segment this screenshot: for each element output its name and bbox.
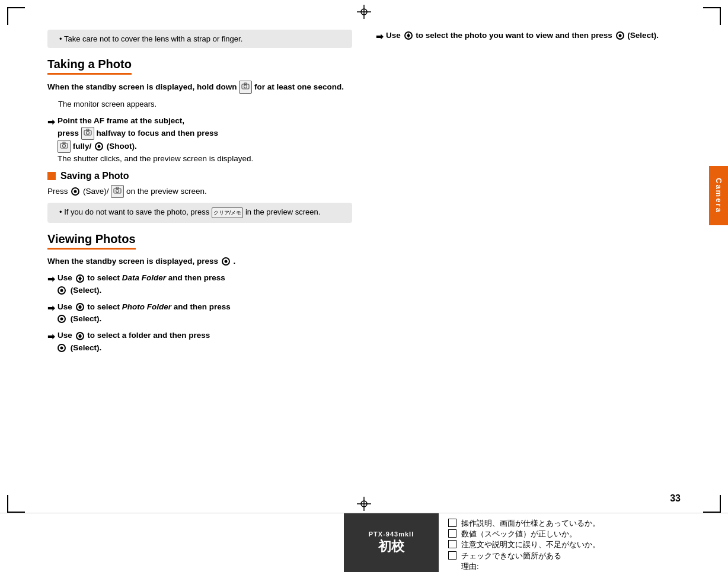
right-arrow1: ➡ Use to select the photo you want to vi… xyxy=(376,30,681,44)
orange-box-icon xyxy=(47,172,56,180)
checkbox-1[interactable] xyxy=(448,519,456,527)
viewing-photos-arrow2-text: Use to select Photo Folder and then pres… xyxy=(58,301,352,325)
svg-rect-7 xyxy=(244,83,247,85)
saving-photo-heading-container: Saving a Photo xyxy=(47,171,352,181)
checkbox-2[interactable] xyxy=(448,529,456,538)
taking-photo-intro: When the standby screen is displayed, ho… xyxy=(47,81,352,94)
note-text: Take care not to cover the lens with a s… xyxy=(64,34,242,43)
arrow-sym-v1: ➡ xyxy=(47,273,55,286)
arrow-sym-v2: ➡ xyxy=(47,302,55,315)
cross-top xyxy=(357,5,371,21)
nav-icon-r1 xyxy=(404,31,413,40)
ptx-label: PTX-943mkII xyxy=(369,531,414,538)
camera-key-save xyxy=(111,185,124,198)
arrow-sym-v3: ➡ xyxy=(47,330,55,344)
svg-rect-16 xyxy=(116,187,119,189)
select-icon-save xyxy=(71,187,79,196)
checkbox-3[interactable] xyxy=(448,540,456,548)
nav-icon-3 xyxy=(76,332,84,340)
corner-mark-tr xyxy=(703,7,721,25)
nav-icon-2 xyxy=(76,303,84,311)
note-box-top: Take care not to cover the lens with a s… xyxy=(47,30,352,48)
section-taking-photo: Taking a Photo When the standby screen i… xyxy=(47,57,352,165)
main-content: Take care not to cover the lens with a s… xyxy=(47,30,681,507)
taking-photo-bold1: When the standby screen is displayed, ho… xyxy=(47,82,237,91)
viewing-photos-intro: When the standby screen is displayed, pr… xyxy=(47,255,352,267)
corner-mark-tl xyxy=(7,7,25,25)
svg-point-8 xyxy=(244,85,247,88)
check-row-2: 数値（スペック値）が正しいか。 xyxy=(448,529,719,539)
select-icon-v2 xyxy=(58,315,66,323)
taking-photo-bold2: for at least one second. xyxy=(254,82,344,91)
check-label-1: 操作説明、画面が仕様とあっているか。 xyxy=(461,518,600,529)
checkbox-4[interactable] xyxy=(448,551,456,560)
viewing-photos-arrow1: ➡ Use to select Data Folder and then pre… xyxy=(47,272,352,296)
svg-point-11 xyxy=(86,131,89,134)
taking-photo-heading: Taking a Photo xyxy=(47,57,132,75)
check-row-3: 注意文や説明文に誤り、不足がないか。 xyxy=(448,539,719,550)
arrow-sym-r1: ➡ xyxy=(376,30,384,44)
nav-icon-1 xyxy=(76,274,84,283)
select-icon-v3 xyxy=(58,344,66,352)
reason-label: 理由: xyxy=(461,561,479,572)
viewing-photos-arrow3-text: Use to select a folder and then press (S… xyxy=(58,330,352,354)
camera-key-hold xyxy=(239,81,252,94)
corner-mark-br xyxy=(703,495,721,513)
viewing-photos-arrow2: ➡ Use to select Photo Folder and then pr… xyxy=(47,301,352,325)
camera-key-2 xyxy=(58,140,71,153)
right-arrow1-text: Use to select the photo you want to view… xyxy=(386,30,681,41)
bottom-left xyxy=(0,513,344,572)
hatsuko-label: 初校 xyxy=(378,538,404,555)
check-label-2: 数値（スペック値）が正しいか。 xyxy=(461,529,577,539)
svg-rect-13 xyxy=(63,142,65,144)
reason-row: 理由: xyxy=(461,561,719,572)
check-row-4: チェックできない箇所がある xyxy=(448,551,719,561)
arrow-sym-1: ➡ xyxy=(47,116,55,129)
select-icon-v1 xyxy=(58,286,66,295)
taking-photo-arrow1-text: Point the AF frame at the subject, press… xyxy=(58,115,352,165)
clear-key: クリア/メモ xyxy=(212,207,244,218)
saving-photo-heading: Saving a Photo xyxy=(60,171,129,181)
svg-rect-10 xyxy=(87,129,89,131)
select-icon-shoot xyxy=(95,142,103,151)
section-viewing-photos: Viewing Photos When the standby screen i… xyxy=(47,232,352,354)
select-icon-r1 xyxy=(616,31,624,40)
check-row-1: 操作説明、画面が仕様とあっているか。 xyxy=(448,518,719,529)
taking-photo-sub: The monitor screen appears. xyxy=(47,98,352,110)
svg-point-14 xyxy=(63,144,66,147)
taking-photo-arrow1: ➡ Point the AF frame at the subject, pre… xyxy=(47,115,352,165)
viewing-photos-arrow3: ➡ Use to select a folder and then press … xyxy=(47,330,352,354)
check-label-4: チェックできない箇所がある xyxy=(461,551,561,561)
section-saving-photo: Saving a Photo Press (Save)/ on the prev… xyxy=(47,171,352,223)
svg-point-17 xyxy=(116,190,119,193)
corner-mark-bl xyxy=(7,495,25,513)
sidebar-label: Camera xyxy=(714,178,723,213)
left-column: Take care not to cover the lens with a s… xyxy=(47,30,352,507)
select-icon-view xyxy=(222,257,230,266)
sidebar-tab: Camera xyxy=(709,166,728,225)
bottom-strip: PTX-943mkII 初校 操作説明、画面が仕様とあっているか。 数値（スペッ… xyxy=(0,513,728,572)
saving-photo-intro: Press (Save)/ on the preview screen. xyxy=(47,185,352,198)
bottom-center: PTX-943mkII 初校 xyxy=(344,513,439,572)
camera-key-1 xyxy=(81,127,94,140)
check-label-3: 注意文や説明文に誤り、不足がないか。 xyxy=(461,539,600,550)
viewing-photos-heading: Viewing Photos xyxy=(47,232,136,250)
page-number: 33 xyxy=(670,493,681,504)
bottom-right: 操作説明、画面が仕様とあっているか。 数値（スペック値）が正しいか。 注意文や説… xyxy=(439,513,728,572)
viewing-photos-arrow1-text: Use to select Data Folder and then press… xyxy=(58,272,352,296)
note-box-save: If you do not want to save the photo, pr… xyxy=(47,203,352,223)
right-column: ➡ Use to select the photo you want to vi… xyxy=(376,30,681,507)
